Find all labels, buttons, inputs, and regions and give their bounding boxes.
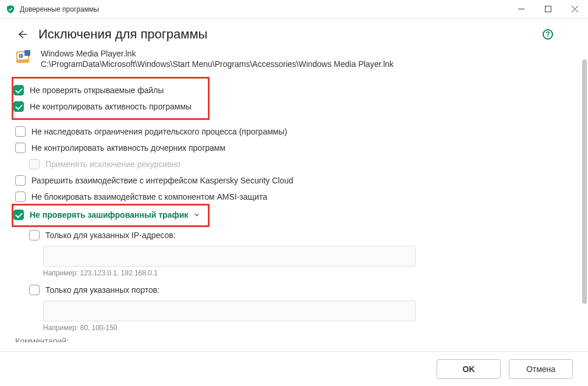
label-monitor-activity: Не контролировать активность программы (30, 102, 192, 111)
chevron-down-icon (194, 210, 200, 219)
input-ips[interactable] (43, 246, 416, 267)
option-scan-opened-files: Не проверять открываемые файлы (13, 82, 204, 98)
close-button[interactable] (561, 0, 588, 18)
encrypted-traffic-text: Не проверять зашифрованный трафик (30, 210, 188, 219)
scrollbar-thumb[interactable] (582, 59, 587, 304)
label-inherit-parent: Не наследовать ограничения родительского… (31, 127, 287, 136)
option-allow-ksc: Разрешить взаимодействие с интерфейсом K… (15, 172, 565, 189)
svg-rect-1 (545, 6, 551, 12)
option-inherit-parent: Не наследовать ограничения родительского… (15, 123, 565, 140)
checkbox-encrypted-traffic[interactable] (13, 210, 24, 220)
option-only-ips: Только для указанных IP-адресов: (15, 227, 565, 243)
footer: OK Отмена (0, 351, 588, 386)
checkbox-monitor-activity[interactable] (13, 101, 24, 112)
label-encrypted-traffic[interactable]: Не проверять зашифрованный трафик (30, 210, 200, 219)
hint-ips: Например: 123.123.0.1, 192.168.0.1 (43, 269, 565, 277)
window-controls (508, 0, 588, 18)
label-apply-recursive: Применять исключение рекурсивно (45, 160, 180, 169)
checkbox-monitor-children[interactable] (15, 143, 26, 153)
option-only-ports: Только для указанных портов: (15, 282, 565, 298)
checkbox-allow-ksc[interactable] (15, 175, 26, 186)
option-block-amsi: Не блокировать взаимодействие с компонен… (15, 189, 565, 205)
option-apply-recursive: Применять исключение рекурсивно (15, 156, 565, 172)
option-monitor-activity: Не контролировать активность программы (13, 98, 204, 115)
label-block-amsi: Не блокировать взаимодействие с компонен… (31, 192, 267, 201)
maximize-button[interactable] (534, 0, 561, 18)
page-header: Исключения для программы ? (0, 19, 580, 47)
option-encrypted-traffic: Не проверять зашифрованный трафик (13, 207, 204, 223)
highlight-box-2: Не проверять зашифрованный трафик (12, 204, 210, 227)
label-allow-ksc: Разрешить взаимодействие с интерфейсом K… (31, 176, 293, 185)
option-monitor-children: Не контролировать активность дочерних пр… (15, 140, 565, 156)
label-monitor-children: Не контролировать активность дочерних пр… (31, 143, 225, 153)
checkbox-only-ports[interactable] (29, 285, 40, 295)
checkbox-inherit-parent[interactable] (15, 126, 26, 137)
application-icon (15, 49, 31, 65)
back-button[interactable] (15, 27, 29, 41)
highlight-box-1: Не проверять открываемые файлы Не контро… (12, 77, 210, 120)
label-only-ips: Только для указанных IP-адресов: (45, 231, 176, 240)
shield-icon (6, 5, 15, 14)
svg-rect-7 (24, 50, 30, 56)
checkbox-only-ips[interactable] (29, 230, 40, 240)
checkbox-scan-opened-files[interactable] (13, 85, 24, 95)
file-info: Windows Media Player.lnk C:\ProgramData\… (0, 47, 580, 77)
ok-button[interactable]: OK (437, 359, 501, 379)
titlebar: Доверенные программы (0, 0, 588, 19)
input-ports[interactable] (43, 300, 416, 321)
page-title: Исключения для программы (38, 27, 543, 42)
minimize-button[interactable] (508, 0, 534, 18)
label-only-ports: Только для указанных портов: (45, 285, 160, 295)
comment-label: Комментарий: (0, 337, 580, 342)
file-name: Windows Media Player.lnk (41, 49, 394, 58)
checkbox-block-amsi[interactable] (15, 192, 26, 202)
window-title: Доверенные программы (20, 5, 508, 13)
cancel-button[interactable]: Отмена (509, 359, 573, 379)
options-list: Не проверять открываемые файлы Не контро… (0, 77, 580, 332)
help-icon[interactable]: ? (543, 29, 553, 40)
checkbox-apply-recursive (29, 159, 40, 169)
label-scan-opened-files: Не проверять открываемые файлы (30, 86, 164, 95)
hint-ports: Например: 80, 100-150 (43, 324, 565, 332)
file-path: C:\ProgramData\Microsoft\Windows\Start M… (41, 59, 394, 69)
